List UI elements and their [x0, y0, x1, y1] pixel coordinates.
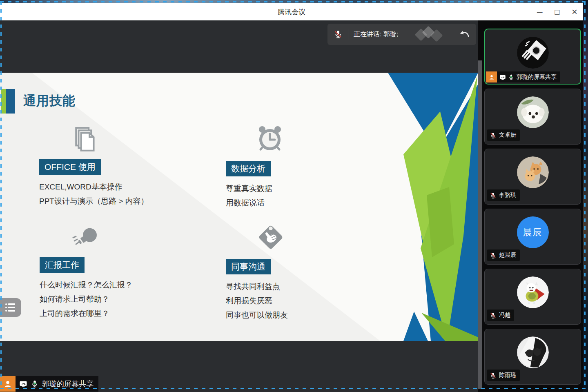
section-badge: 数据分析 [226, 161, 271, 176]
close-button[interactable]: × [572, 7, 577, 17]
screen-share-icon [499, 74, 506, 80]
blurred-watermark-logo [416, 27, 448, 42]
screen-share-stage: 正在讲话: 郭璇; 通用技能 [0, 20, 478, 392]
section-line: 同事也可以做朋友 [226, 308, 288, 322]
share-banner-label: 郭璇的屏幕共享 [16, 376, 98, 392]
cats-avatar [517, 156, 549, 188]
section-line: 寻找共同利益点 [226, 279, 288, 294]
mic-muted-icon [490, 312, 497, 319]
section-line: 用数据说话 [226, 196, 272, 210]
mic-muted-icon [490, 252, 497, 259]
section-line: 什么时候汇报？怎么汇报？ [40, 278, 133, 292]
section-data-analysis: 数据分析 尊重真实数据 用数据说话 [226, 161, 272, 210]
mic-muted-icon [490, 132, 497, 139]
section-line: EXCEL,WORD基本操作 [39, 180, 149, 194]
lightbulb-icon [69, 225, 104, 251]
dog-avatar [517, 96, 549, 128]
participant-tile-zhaochenchen[interactable]: 晨辰 赵晨辰 [484, 209, 581, 265]
mic-muted-icon [490, 192, 497, 199]
section-office: OFFICE 使用 EXCEL,WORD基本操作 PPT设计与演示（思路 > 内… [39, 159, 149, 208]
participant-tile-guoxuan[interactable]: 郭璇的屏幕共享 [484, 29, 581, 85]
toolbar-divider [453, 29, 453, 40]
share-border-left [0, 1, 2, 388]
participant-name: 冯越 [499, 312, 510, 319]
tag-hand-icon [255, 221, 287, 253]
participant-name: 郭璇的屏幕共享 [517, 74, 557, 81]
cartoon-avatar [517, 276, 549, 308]
title-marker-blue [6, 89, 15, 114]
panel-toggle-button[interactable] [0, 298, 21, 317]
tile-name-label: 郭璇的屏幕共享 [497, 71, 560, 82]
mic-live-icon [508, 74, 514, 80]
section-badge: OFFICE 使用 [39, 159, 101, 175]
section-reporting: 汇报工作 什么时候汇报？怎么汇报？ 如何请求上司帮助？ 上司的需求在哪里？ [40, 257, 133, 321]
initials-avatar: 晨辰 [517, 216, 549, 248]
speaker-toolbar: 正在讲话: 郭璇; [327, 24, 476, 45]
participant-name: 陈雨瑶 [499, 372, 516, 379]
participant-tile-wenzhuoyan[interactable]: 文卓妍 [484, 89, 581, 145]
avatar-initials-text: 晨辰 [523, 226, 543, 238]
section-line: PPT设计与演示（思路 > 内容） [39, 194, 149, 208]
toolbar-divider [348, 29, 348, 40]
list-icon [4, 301, 18, 314]
tile-name-label: 陈雨瑶 [487, 370, 520, 381]
speaking-label: 正在讲话: 郭璇; [354, 30, 398, 39]
participants-sidebar: 郭璇的屏幕共享 [478, 20, 583, 392]
share-banner: 郭璇的屏幕共享 [0, 376, 98, 392]
section-line: 如何请求上司帮助？ [40, 292, 133, 306]
participant-tile-fengyue[interactable]: 冯越 [484, 269, 581, 325]
participant-name: 李骆琪 [499, 192, 516, 199]
participant-tile-liluoqi[interactable]: 李骆琪 [484, 149, 581, 205]
section-line: 尊重真实数据 [226, 181, 272, 196]
person-icon [488, 74, 495, 80]
tile-name-label: 冯越 [487, 310, 514, 321]
mic-muted-icon [490, 372, 497, 379]
maximize-button[interactable]: □ [555, 8, 559, 16]
manga-avatar [517, 336, 549, 368]
alarm-clock-icon [256, 124, 284, 153]
person-icon [3, 379, 12, 388]
documents-icon [72, 125, 101, 156]
section-badge: 同事沟通 [226, 259, 271, 274]
window-titlebar: 腾讯会议 ─ □ × [0, 3, 583, 20]
window-title: 腾讯会议 [278, 7, 305, 17]
presentation-slide: 通用技能 [0, 73, 478, 341]
share-banner-text: 郭璇的屏幕共享 [42, 379, 94, 389]
mic-muted-icon [334, 30, 343, 39]
presenter-badge [486, 71, 497, 82]
stage-sidebar-divider[interactable] [478, 60, 482, 389]
section-line: 上司的需求在哪里？ [40, 306, 133, 321]
section-communication: 同事沟通 寻找共同利益点 利用损失厌恶 同事也可以做朋友 [226, 259, 288, 322]
section-badge: 汇报工作 [40, 257, 85, 273]
app-window: 腾讯会议 ─ □ × 正在讲话: 郭璇; [0, 0, 588, 392]
section-line: 利用损失厌恶 [226, 294, 288, 308]
participant-tile-chenyuyao[interactable]: 陈雨瑶 [484, 329, 581, 385]
mic-live-icon [31, 380, 39, 388]
share-border-top [0, 1, 586, 2]
window-controls: ─ □ × [537, 3, 577, 20]
watch-hand-avatar [517, 37, 549, 69]
screen-share-icon [19, 380, 27, 388]
tile-name-label: 赵晨辰 [487, 249, 520, 261]
share-border-right [584, 1, 586, 388]
desktop-wallpaper-strip-right [583, 0, 588, 392]
participant-name: 文卓妍 [499, 131, 516, 139]
minimize-button[interactable]: ─ [537, 8, 542, 16]
tile-name-label: 李骆琪 [487, 189, 520, 201]
share-border-bottom [0, 388, 586, 389]
participant-name: 赵晨辰 [499, 252, 516, 259]
tile-footer: 郭璇的屏幕共享 [486, 71, 560, 82]
presenter-badge [0, 376, 16, 392]
reply-arrow-icon[interactable] [459, 29, 470, 40]
tile-name-label: 文卓妍 [487, 129, 520, 141]
slide-title: 通用技能 [23, 92, 76, 109]
